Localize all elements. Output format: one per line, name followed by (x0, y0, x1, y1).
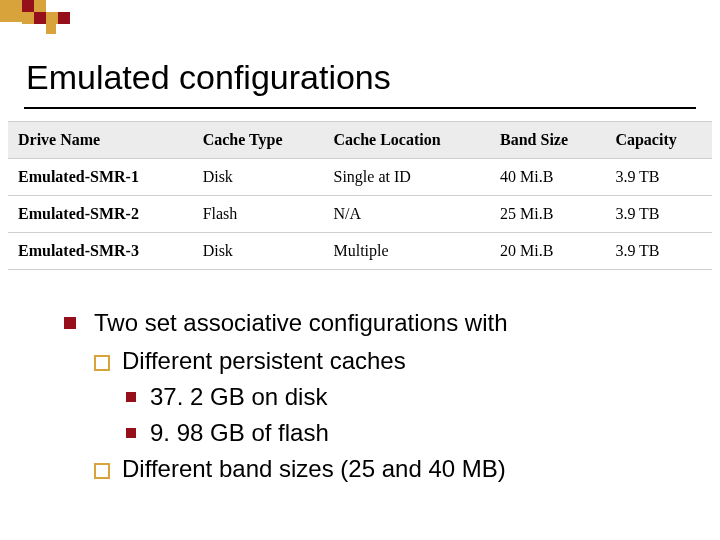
table-row: Emulated-SMR-3DiskMultiple20 Mi.B3.9 TB (8, 233, 712, 270)
table-cell: Disk (193, 233, 324, 270)
table-cell: 3.9 TB (605, 196, 712, 233)
bullet-list: Two set associative configurations with … (0, 270, 720, 486)
deco-square (22, 0, 34, 12)
table-header-cell: Drive Name (8, 122, 193, 159)
bullet-level3: 9. 98 GB of flash (64, 416, 680, 450)
table-cell: Flash (193, 196, 324, 233)
table-cell: Multiple (323, 233, 490, 270)
table-row: Emulated-SMR-1DiskSingle at ID40 Mi.B3.9… (8, 159, 712, 196)
table-cell: Emulated-SMR-1 (8, 159, 193, 196)
table-cell: 40 Mi.B (490, 159, 605, 196)
table-header-cell: Band Size (490, 122, 605, 159)
table-cell: Emulated-SMR-3 (8, 233, 193, 270)
corner-decoration (0, 0, 720, 40)
bullet-level2: Different persistent caches (64, 344, 680, 378)
table-header-cell: Cache Type (193, 122, 324, 159)
table-header-row: Drive NameCache TypeCache LocationBand S… (8, 122, 712, 159)
table-header-cell: Capacity (605, 122, 712, 159)
table-cell: Emulated-SMR-2 (8, 196, 193, 233)
table-cell: 3.9 TB (605, 233, 712, 270)
config-table-wrap: Drive NameCache TypeCache LocationBand S… (0, 121, 720, 270)
table-header-cell: Cache Location (323, 122, 490, 159)
table-cell: Disk (193, 159, 324, 196)
table-cell: N/A (323, 196, 490, 233)
bullet-level2: Different band sizes (25 and 40 MB) (64, 452, 680, 486)
deco-square (0, 0, 22, 22)
deco-square (34, 12, 46, 24)
config-table: Drive NameCache TypeCache LocationBand S… (8, 121, 712, 270)
deco-square (46, 24, 56, 34)
deco-square (34, 0, 46, 12)
deco-square (22, 12, 34, 24)
bullet-level1: Two set associative configurations with (64, 306, 680, 340)
table-body: Emulated-SMR-1DiskSingle at ID40 Mi.B3.9… (8, 159, 712, 270)
title-underline (24, 107, 696, 109)
table-row: Emulated-SMR-2FlashN/A25 Mi.B3.9 TB (8, 196, 712, 233)
table-cell: 20 Mi.B (490, 233, 605, 270)
table-cell: 3.9 TB (605, 159, 712, 196)
deco-square (58, 12, 70, 24)
table-cell: Single at ID (323, 159, 490, 196)
deco-square (46, 12, 58, 24)
table-cell: 25 Mi.B (490, 196, 605, 233)
bullet-level3: 37. 2 GB on disk (64, 380, 680, 414)
